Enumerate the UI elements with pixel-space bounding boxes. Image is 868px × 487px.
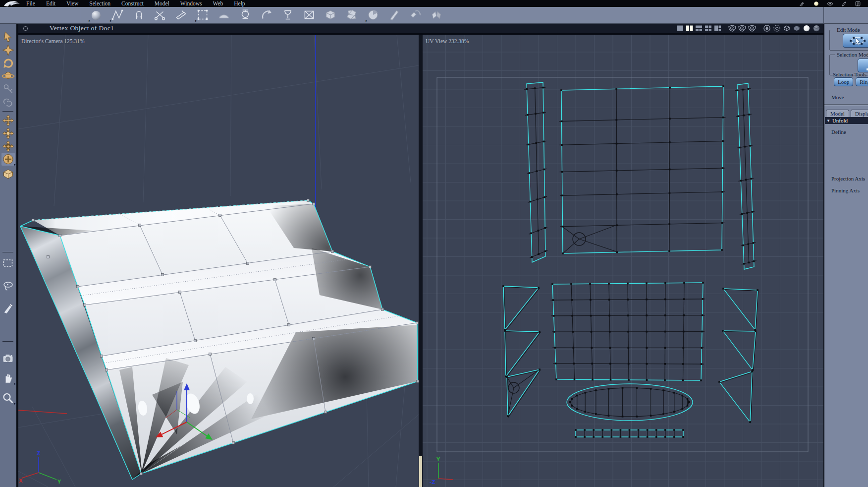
pen-icon[interactable] — [841, 0, 847, 7]
delete-face-tool[interactable] — [302, 8, 316, 22]
magnet-tool[interactable] — [132, 8, 146, 22]
document-status-icon[interactable] — [23, 26, 28, 31]
move-universal-tool[interactable]: ▸ — [1, 153, 15, 166]
shield-wire-icon[interactable] — [728, 25, 736, 32]
slice-tool[interactable]: ▸ — [366, 8, 380, 22]
paint-select-tool[interactable] — [1, 303, 15, 315]
menu-item-help[interactable]: Help — [228, 0, 250, 7]
saturn-tool[interactable] — [1, 69, 15, 82]
selection-mode-legend: Selection Mode — [835, 52, 868, 58]
scissors-tool[interactable] — [153, 8, 167, 22]
keypad-icon[interactable] — [855, 0, 861, 7]
zoom-tool[interactable]: ▸ — [1, 392, 15, 405]
wire-cube-icon[interactable] — [783, 25, 791, 32]
app-logo-icon — [3, 0, 21, 7]
tab-model[interactable]: Model — [826, 110, 849, 117]
titlebar-bottom-line — [16, 34, 823, 35]
render-glow-icon[interactable] — [813, 0, 819, 7]
menu-item-edit[interactable]: Edit — [41, 0, 61, 7]
svg-text:Z: Z — [37, 451, 40, 456]
goblet-tool[interactable] — [281, 8, 295, 22]
viewport-controls — [674, 24, 820, 33]
menu-item-model[interactable]: Model — [149, 0, 175, 7]
camera-tool[interactable] — [1, 352, 15, 365]
edit-mode-group: Edit Mode — [829, 30, 868, 51]
slice-tool-dropdown-icon[interactable]: ▸ — [366, 19, 368, 23]
shield-smooth-icon[interactable] — [748, 25, 756, 32]
pan-tool[interactable]: ▸ — [1, 372, 15, 385]
menu-bar: FileEditViewSelectionConstructModelWindo… — [0, 0, 868, 7]
menu-item-view[interactable]: View — [61, 0, 84, 7]
menu-item-construct[interactable]: Construct — [116, 0, 149, 7]
move-cross-tool[interactable] — [1, 114, 15, 127]
sphere-tool-dropdown-icon[interactable]: ▸ — [89, 19, 91, 23]
menu-item-web[interactable]: Web — [207, 0, 228, 7]
pan-tool-dropdown-icon[interactable]: ▸ — [14, 382, 16, 386]
mirror-object-tool[interactable] — [430, 8, 444, 22]
ring-button[interactable]: Ring — [856, 77, 868, 86]
brush-icon[interactable] — [799, 0, 806, 7]
splitter-grip[interactable] — [419, 456, 422, 487]
select-arrow-tool[interactable] — [1, 31, 15, 44]
shield-flat-icon[interactable] — [738, 25, 746, 32]
flat-cube-icon[interactable] — [793, 25, 801, 32]
move-sphere-tool[interactable] — [1, 127, 15, 140]
textured-sphere-icon[interactable] — [813, 25, 820, 32]
marquee-tool[interactable]: ▸ — [196, 8, 210, 22]
menu-item-selection[interactable]: Selection — [84, 0, 116, 7]
document-title: Vertex Object of Doc1 — [50, 24, 114, 32]
ghost-cube-icon[interactable] — [773, 25, 781, 32]
key-tool[interactable] — [1, 82, 15, 95]
layout-single[interactable] — [676, 25, 684, 32]
dome-tool[interactable] — [217, 8, 231, 22]
marquee-select-tool[interactable] — [1, 257, 15, 270]
layout-l-shape[interactable] — [714, 25, 721, 32]
bend-tool[interactable] — [260, 8, 273, 22]
orbit-arrow-icon[interactable] — [763, 25, 771, 32]
collapse-triangle-icon: ▼ — [826, 119, 830, 123]
star-tool[interactable] — [1, 44, 15, 57]
define-label: Define — [831, 129, 846, 135]
curve-tool[interactable]: ▸ — [110, 8, 124, 22]
selection-mode-button[interactable] — [858, 59, 868, 72]
tab-display[interactable]: Display — [851, 110, 868, 117]
pen-tool[interactable] — [387, 8, 401, 22]
sidebar-divider — [2, 252, 13, 252]
edit-mode-button[interactable] — [843, 34, 868, 48]
cube-corner-tool[interactable] — [1, 168, 15, 181]
curve-tool-dropdown-icon[interactable]: ▸ — [110, 19, 112, 23]
rotate-tool[interactable] — [1, 57, 15, 69]
toolbar-panel-separator — [823, 7, 824, 23]
uv-island-right-zigzag — [719, 289, 759, 423]
lathe-tool[interactable] — [238, 8, 252, 22]
uv-viewport[interactable]: Y-Z UV View 232.38% — [423, 35, 823, 487]
lasso-select-tool[interactable] — [1, 280, 15, 293]
menu-item-windows[interactable]: Windows — [175, 0, 208, 7]
unfold-section-header[interactable]: ▼ Unfold — [825, 117, 868, 124]
menu-item-file[interactable]: File — [21, 0, 41, 7]
camera-viewport-label: Director's Camera 125.31% — [21, 38, 85, 44]
knife-tool[interactable] — [174, 8, 188, 22]
layout-two-pane[interactable] — [686, 25, 693, 32]
layout-quad[interactable] — [705, 25, 712, 32]
panel-divider — [824, 104, 868, 106]
cube-tool[interactable] — [324, 8, 337, 22]
zoom-tool-dropdown-icon[interactable]: ▸ — [14, 402, 16, 406]
sidebar-divider — [2, 341, 13, 342]
viewport-splitter[interactable] — [419, 35, 423, 487]
smooth-sphere-icon[interactable] — [803, 25, 811, 32]
move-ring-tool[interactable] — [1, 140, 15, 153]
sphere-tool[interactable]: ▸ — [89, 8, 103, 22]
panel-tabs: Model Display — [826, 109, 868, 117]
eye-icon[interactable] — [827, 0, 833, 7]
move-universal-tool-dropdown-icon[interactable]: ▸ — [14, 163, 16, 167]
crumple-tool[interactable] — [345, 8, 359, 22]
camera-viewport[interactable]: ZXY Director's Camera 125.31% — [18, 35, 419, 487]
layout-split-h[interactable] — [695, 25, 703, 32]
rotate-object-tool[interactable] — [409, 8, 423, 22]
move-label: Move — [831, 94, 844, 100]
marquee-tool-dropdown-icon[interactable]: ▸ — [195, 19, 197, 23]
loop-button[interactable]: Loop — [834, 77, 853, 86]
uv-island-bar — [576, 430, 683, 437]
link-tool[interactable] — [1, 96, 15, 109]
